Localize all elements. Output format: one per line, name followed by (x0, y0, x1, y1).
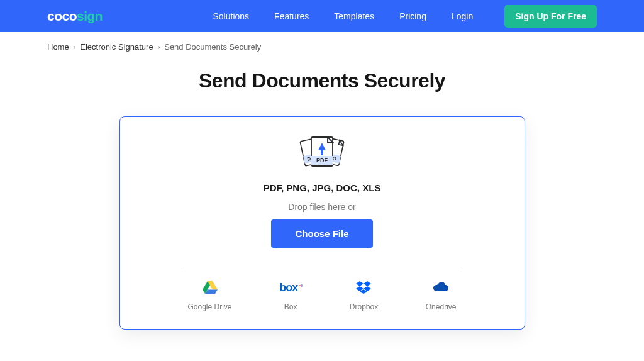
dropbox-icon (356, 281, 371, 294)
provider-label: Box (284, 303, 297, 311)
choose-file-button[interactable]: Choose File (271, 219, 372, 248)
nav-solutions[interactable]: Solutions (213, 11, 249, 21)
provider-dropbox[interactable]: Dropbox (350, 281, 378, 311)
main-nav: Solutions Features Templates Pricing Log… (213, 5, 597, 28)
breadcrumb-separator: › (157, 42, 160, 52)
provider-box[interactable]: box➔ Box (279, 281, 302, 311)
breadcrumb-electronic-signature[interactable]: Electronic Signature (80, 42, 153, 52)
breadcrumb-current: Send Documents Securely (164, 42, 261, 52)
nav-login[interactable]: Login (452, 11, 473, 21)
googledrive-icon (203, 281, 218, 294)
main-header: cocosign Solutions Features Templates Pr… (0, 0, 644, 32)
drop-files-text: Drop files here or (183, 202, 462, 212)
nav-pricing[interactable]: Pricing (399, 11, 426, 21)
onedrive-icon (432, 281, 450, 294)
provider-onedrive[interactable]: Onedrive (426, 281, 457, 311)
svg-marker-16 (364, 281, 371, 286)
page-title: Send Documents Securely (0, 69, 644, 92)
breadcrumb-home[interactable]: Home (47, 42, 69, 52)
signup-button[interactable]: Sign Up For Free (504, 5, 597, 28)
provider-googledrive[interactable]: Google Drive (188, 281, 232, 311)
breadcrumb: Home › Electronic Signature › Send Docum… (0, 32, 644, 62)
nav-templates[interactable]: Templates (334, 11, 374, 21)
svg-text:PDF: PDF (316, 157, 328, 164)
logo-sign: sign (77, 9, 103, 24)
nav-features[interactable]: Features (274, 11, 309, 21)
box-icon: box➔ (279, 281, 302, 294)
svg-marker-15 (356, 281, 364, 286)
upload-box: DO G PDF PDF, PNG, JPG, DOC, XLS Drop fi… (119, 116, 525, 330)
provider-label: Onedrive (426, 303, 457, 311)
provider-label: Dropbox (350, 303, 378, 311)
breadcrumb-separator: › (73, 42, 75, 52)
provider-label: Google Drive (188, 303, 232, 311)
supported-formats: PDF, PNG, JPG, DOC, XLS (183, 182, 462, 193)
divider (183, 267, 462, 267)
cloud-providers: Google Drive box➔ Box Dropbox (183, 281, 462, 311)
file-types-illustration-icon: DO G PDF (299, 135, 345, 174)
logo-coco: coco (47, 9, 77, 24)
logo[interactable]: cocosign (47, 9, 103, 24)
